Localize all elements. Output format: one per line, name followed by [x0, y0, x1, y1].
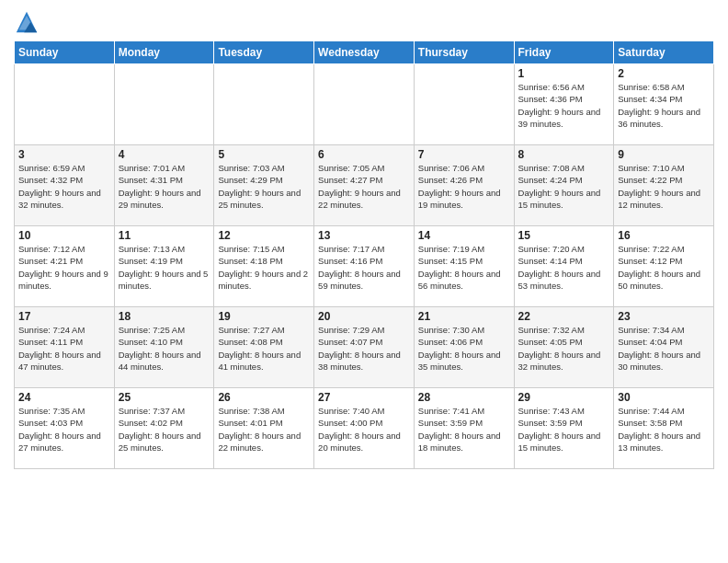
day-number: 22	[518, 310, 610, 323]
calendar-week-2: 3Sunrise: 6:59 AM Sunset: 4:32 PM Daylig…	[15, 145, 714, 226]
calendar-cell: 10Sunrise: 7:12 AM Sunset: 4:21 PM Dayli…	[15, 226, 115, 307]
day-number: 5	[218, 148, 310, 161]
day-number: 16	[618, 229, 710, 242]
day-info: Sunrise: 7:19 AM Sunset: 4:15 PM Dayligh…	[418, 243, 510, 292]
day-number: 6	[318, 148, 410, 161]
day-number: 29	[518, 391, 610, 404]
day-number: 8	[518, 148, 610, 161]
calendar-header-thursday: Thursday	[414, 41, 514, 64]
calendar-cell	[414, 64, 514, 145]
day-number: 17	[18, 310, 110, 323]
day-info: Sunrise: 6:56 AM Sunset: 4:36 PM Dayligh…	[518, 81, 610, 130]
calendar-cell: 22Sunrise: 7:32 AM Sunset: 4:05 PM Dayli…	[514, 307, 614, 388]
calendar-header-wednesday: Wednesday	[314, 41, 415, 64]
day-number: 2	[618, 67, 710, 80]
calendar-week-4: 17Sunrise: 7:24 AM Sunset: 4:11 PM Dayli…	[15, 307, 714, 388]
day-info: Sunrise: 7:34 AM Sunset: 4:04 PM Dayligh…	[618, 324, 710, 373]
calendar-header-sunday: Sunday	[15, 41, 115, 64]
day-info: Sunrise: 7:38 AM Sunset: 4:01 PM Dayligh…	[218, 405, 310, 454]
day-info: Sunrise: 7:08 AM Sunset: 4:24 PM Dayligh…	[518, 162, 610, 211]
day-info: Sunrise: 7:27 AM Sunset: 4:08 PM Dayligh…	[218, 324, 310, 373]
calendar-cell: 11Sunrise: 7:13 AM Sunset: 4:19 PM Dayli…	[114, 226, 214, 307]
calendar-cell: 15Sunrise: 7:20 AM Sunset: 4:14 PM Dayli…	[514, 226, 614, 307]
day-info: Sunrise: 7:41 AM Sunset: 3:59 PM Dayligh…	[418, 405, 510, 454]
day-number: 3	[18, 148, 110, 161]
day-info: Sunrise: 7:20 AM Sunset: 4:14 PM Dayligh…	[518, 243, 610, 292]
calendar-cell	[15, 64, 115, 145]
calendar-cell: 14Sunrise: 7:19 AM Sunset: 4:15 PM Dayli…	[414, 226, 514, 307]
calendar-week-3: 10Sunrise: 7:12 AM Sunset: 4:21 PM Dayli…	[15, 226, 714, 307]
calendar-header-saturday: Saturday	[614, 41, 714, 64]
day-number: 30	[618, 391, 710, 404]
calendar-cell: 18Sunrise: 7:25 AM Sunset: 4:10 PM Dayli…	[114, 307, 214, 388]
day-info: Sunrise: 7:17 AM Sunset: 4:16 PM Dayligh…	[318, 243, 410, 292]
day-info: Sunrise: 7:44 AM Sunset: 3:58 PM Dayligh…	[618, 405, 710, 454]
calendar-week-5: 24Sunrise: 7:35 AM Sunset: 4:03 PM Dayli…	[15, 388, 714, 469]
calendar-cell: 25Sunrise: 7:37 AM Sunset: 4:02 PM Dayli…	[114, 388, 214, 469]
calendar-cell: 9Sunrise: 7:10 AM Sunset: 4:22 PM Daylig…	[614, 145, 714, 226]
calendar-header-friday: Friday	[514, 41, 614, 64]
calendar-cell: 4Sunrise: 7:01 AM Sunset: 4:31 PM Daylig…	[114, 145, 214, 226]
day-info: Sunrise: 7:10 AM Sunset: 4:22 PM Dayligh…	[618, 162, 710, 211]
day-info: Sunrise: 7:06 AM Sunset: 4:26 PM Dayligh…	[418, 162, 510, 211]
calendar-cell: 12Sunrise: 7:15 AM Sunset: 4:18 PM Dayli…	[214, 226, 314, 307]
calendar-header-monday: Monday	[114, 41, 214, 64]
logo	[14, 9, 43, 35]
calendar-cell: 8Sunrise: 7:08 AM Sunset: 4:24 PM Daylig…	[514, 145, 614, 226]
calendar-cell: 29Sunrise: 7:43 AM Sunset: 3:59 PM Dayli…	[514, 388, 614, 469]
calendar-cell	[214, 64, 314, 145]
day-info: Sunrise: 6:58 AM Sunset: 4:34 PM Dayligh…	[618, 81, 710, 130]
calendar-cell: 21Sunrise: 7:30 AM Sunset: 4:06 PM Dayli…	[414, 307, 514, 388]
day-info: Sunrise: 7:29 AM Sunset: 4:07 PM Dayligh…	[318, 324, 410, 373]
calendar-cell: 2Sunrise: 6:58 AM Sunset: 4:34 PM Daylig…	[614, 64, 714, 145]
calendar-cell: 5Sunrise: 7:03 AM Sunset: 4:29 PM Daylig…	[214, 145, 314, 226]
day-info: Sunrise: 6:59 AM Sunset: 4:32 PM Dayligh…	[18, 162, 110, 211]
day-number: 12	[218, 229, 310, 242]
calendar: SundayMondayTuesdayWednesdayThursdayFrid…	[14, 40, 714, 469]
day-number: 25	[119, 391, 210, 404]
calendar-cell: 20Sunrise: 7:29 AM Sunset: 4:07 PM Dayli…	[314, 307, 415, 388]
calendar-header-tuesday: Tuesday	[214, 41, 314, 64]
day-info: Sunrise: 7:03 AM Sunset: 4:29 PM Dayligh…	[218, 162, 310, 211]
day-number: 18	[119, 310, 210, 323]
calendar-cell: 1Sunrise: 6:56 AM Sunset: 4:36 PM Daylig…	[514, 64, 614, 145]
day-number: 10	[18, 229, 110, 242]
day-info: Sunrise: 7:25 AM Sunset: 4:10 PM Dayligh…	[119, 324, 210, 373]
calendar-cell: 6Sunrise: 7:05 AM Sunset: 4:27 PM Daylig…	[314, 145, 415, 226]
day-info: Sunrise: 7:01 AM Sunset: 4:31 PM Dayligh…	[119, 162, 210, 211]
day-info: Sunrise: 7:15 AM Sunset: 4:18 PM Dayligh…	[218, 243, 310, 292]
day-info: Sunrise: 7:22 AM Sunset: 4:12 PM Dayligh…	[618, 243, 710, 292]
day-info: Sunrise: 7:40 AM Sunset: 4:00 PM Dayligh…	[318, 405, 410, 454]
calendar-cell: 24Sunrise: 7:35 AM Sunset: 4:03 PM Dayli…	[15, 388, 115, 469]
calendar-cell: 28Sunrise: 7:41 AM Sunset: 3:59 PM Dayli…	[414, 388, 514, 469]
calendar-week-1: 1Sunrise: 6:56 AM Sunset: 4:36 PM Daylig…	[15, 64, 714, 145]
calendar-cell: 16Sunrise: 7:22 AM Sunset: 4:12 PM Dayli…	[614, 226, 714, 307]
day-info: Sunrise: 7:30 AM Sunset: 4:06 PM Dayligh…	[418, 324, 510, 373]
day-number: 24	[18, 391, 110, 404]
calendar-cell: 7Sunrise: 7:06 AM Sunset: 4:26 PM Daylig…	[414, 145, 514, 226]
day-info: Sunrise: 7:24 AM Sunset: 4:11 PM Dayligh…	[18, 324, 110, 373]
day-number: 13	[318, 229, 410, 242]
day-number: 11	[119, 229, 210, 242]
calendar-header-row: SundayMondayTuesdayWednesdayThursdayFrid…	[15, 41, 714, 64]
day-number: 21	[418, 310, 510, 323]
day-info: Sunrise: 7:35 AM Sunset: 4:03 PM Dayligh…	[18, 405, 110, 454]
calendar-cell: 23Sunrise: 7:34 AM Sunset: 4:04 PM Dayli…	[614, 307, 714, 388]
day-number: 26	[218, 391, 310, 404]
day-number: 19	[218, 310, 310, 323]
calendar-cell: 3Sunrise: 6:59 AM Sunset: 4:32 PM Daylig…	[15, 145, 115, 226]
calendar-cell	[314, 64, 415, 145]
day-number: 20	[318, 310, 410, 323]
calendar-cell: 30Sunrise: 7:44 AM Sunset: 3:58 PM Dayli…	[614, 388, 714, 469]
day-number: 14	[418, 229, 510, 242]
day-number: 4	[119, 148, 210, 161]
calendar-cell: 19Sunrise: 7:27 AM Sunset: 4:08 PM Dayli…	[214, 307, 314, 388]
page: SundayMondayTuesdayWednesdayThursdayFrid…	[0, 0, 728, 563]
day-info: Sunrise: 7:37 AM Sunset: 4:02 PM Dayligh…	[119, 405, 210, 454]
day-info: Sunrise: 7:05 AM Sunset: 4:27 PM Dayligh…	[318, 162, 410, 211]
day-number: 28	[418, 391, 510, 404]
day-info: Sunrise: 7:32 AM Sunset: 4:05 PM Dayligh…	[518, 324, 610, 373]
calendar-cell: 26Sunrise: 7:38 AM Sunset: 4:01 PM Dayli…	[214, 388, 314, 469]
logo-icon	[14, 9, 40, 35]
day-number: 23	[618, 310, 710, 323]
